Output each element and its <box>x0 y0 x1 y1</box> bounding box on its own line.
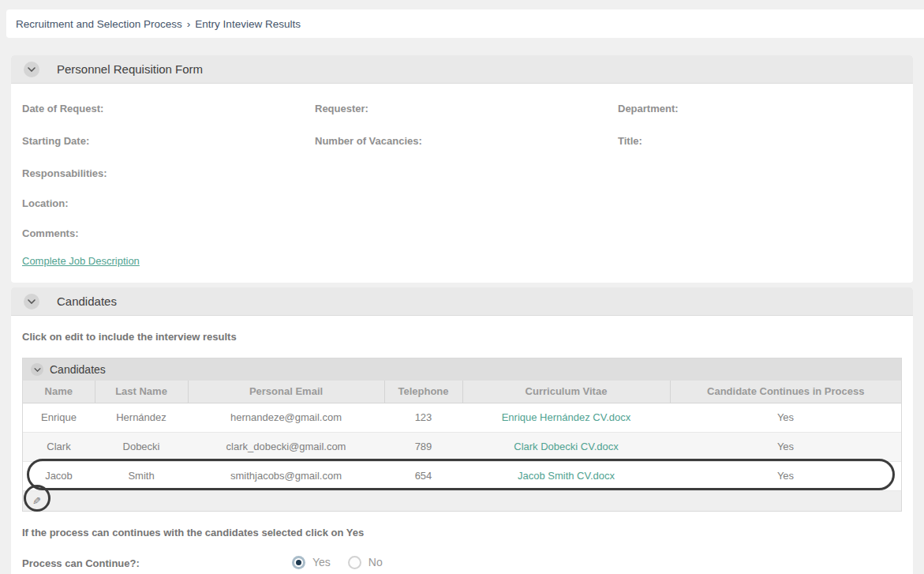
candidates-panel: Candidates Click on edit to include the … <box>11 287 913 574</box>
collapse-chevron-icon[interactable] <box>24 294 39 310</box>
radio-no-label: No <box>368 556 383 568</box>
radio-no[interactable] <box>348 556 361 569</box>
col-header-name: Name <box>23 381 95 403</box>
personnel-section-header[interactable]: Personnel Requisition Form <box>11 55 913 84</box>
field-label-location: Location: <box>22 197 69 209</box>
field-label-date-of-request: Date of Request: <box>22 103 103 114</box>
cell-email: hernandeze@gmail.com <box>188 403 384 432</box>
field-label-starting-date: Starting Date: <box>22 135 89 147</box>
table-row[interactable]: Enrique Hernández hernandeze@gmail.com 1… <box>23 403 901 432</box>
cell-name: Enrique <box>23 403 95 432</box>
process-continue-radio-group: Yes No <box>292 556 400 569</box>
cell-continues: Yes <box>670 403 901 432</box>
personnel-requisition-panel: Personnel Requisition Form Date of Reque… <box>11 55 913 283</box>
cell-name: Clark <box>23 432 95 461</box>
cell-telephone: 654 <box>384 461 462 490</box>
cell-name: Jacob <box>23 461 95 490</box>
complete-job-description-link[interactable]: Complete Job Description <box>22 255 140 267</box>
breadcrumb-separator: › <box>187 18 191 30</box>
collapse-chevron-icon[interactable] <box>24 62 39 77</box>
candidates-section-header[interactable]: Candidates <box>11 287 913 316</box>
col-header-curriculum-vitae: Curriculum Vitae <box>462 381 670 403</box>
cv-file-link[interactable]: Jacob Smith CV.docx <box>518 470 615 482</box>
cell-telephone: 123 <box>384 403 462 432</box>
field-label-title: Title: <box>618 135 642 147</box>
cell-continues: Yes <box>670 432 901 461</box>
candidates-grid-footer: ✎ <box>23 491 901 511</box>
cv-file-link[interactable]: Enrique Hernández CV.docx <box>502 411 631 423</box>
cell-telephone: 789 <box>384 432 462 461</box>
col-header-telephone: Telephone <box>384 381 462 403</box>
radio-yes[interactable] <box>292 556 305 569</box>
cell-email: clark_dobecki@gmail.com <box>188 432 384 461</box>
edit-icon[interactable]: ✎ <box>32 495 41 507</box>
cell-email: smithjacobs@gmail.com <box>188 461 384 490</box>
edit-instruction-text: Click on edit to include the interview r… <box>22 331 913 343</box>
field-label-department: Department: <box>618 103 679 114</box>
table-header-row: Name Last Name Personal Email Telephone … <box>23 381 901 403</box>
breadcrumb: Recruitment and Selection Process › Entr… <box>6 9 924 38</box>
col-header-continues: Candidate Continues in Process <box>670 381 901 403</box>
collapse-chevron-icon[interactable] <box>31 363 43 376</box>
personnel-form-body: Date of Request: Requester: Department: … <box>11 84 913 282</box>
field-label-requester: Requester: <box>315 103 368 114</box>
continue-instruction-text: If the process can continues with the ca… <box>22 527 913 538</box>
process-continue-question: Process can Continue?: Yes No <box>11 556 913 572</box>
cell-last-name: Smith <box>95 461 188 490</box>
candidates-table: Name Last Name Personal Email Telephone … <box>23 381 901 491</box>
page-root: { "breadcrumb": { "items": ["Recruitment… <box>0 0 924 574</box>
field-label-comments: Comments: <box>22 227 79 239</box>
candidates-grid-header[interactable]: Candidates <box>23 358 901 381</box>
cell-last-name: Hernández <box>95 403 188 432</box>
table-row[interactable]: Clark Dobecki clark_dobecki@gmail.com 78… <box>23 432 901 461</box>
field-label-number-of-vacancies: Number of Vacancies: <box>315 135 422 147</box>
candidates-grid: Candidates Name Last Name Personal Email… <box>22 358 902 512</box>
candidates-section-title: Candidates <box>57 295 117 308</box>
table-row[interactable]: Jacob Smith smithjacobs@gmail.com 654 Ja… <box>23 461 901 490</box>
col-header-personal-email: Personal Email <box>188 381 384 403</box>
col-header-last-name: Last Name <box>95 381 188 403</box>
process-continue-label: Process can Continue?: <box>22 557 140 569</box>
breadcrumb-item-current: Entry Inteview Results <box>195 18 301 30</box>
cell-continues: Yes <box>670 461 901 490</box>
personnel-section-title: Personnel Requisition Form <box>57 62 203 76</box>
cell-last-name: Dobecki <box>95 432 188 461</box>
candidates-grid-title: Candidates <box>50 363 106 376</box>
cv-file-link[interactable]: Clark Dobecki CV.docx <box>514 441 618 452</box>
field-label-responsabilities: Responsabilities: <box>22 167 107 179</box>
breadcrumb-item-process[interactable]: Recruitment and Selection Process <box>16 18 182 30</box>
radio-yes-label: Yes <box>312 556 331 568</box>
